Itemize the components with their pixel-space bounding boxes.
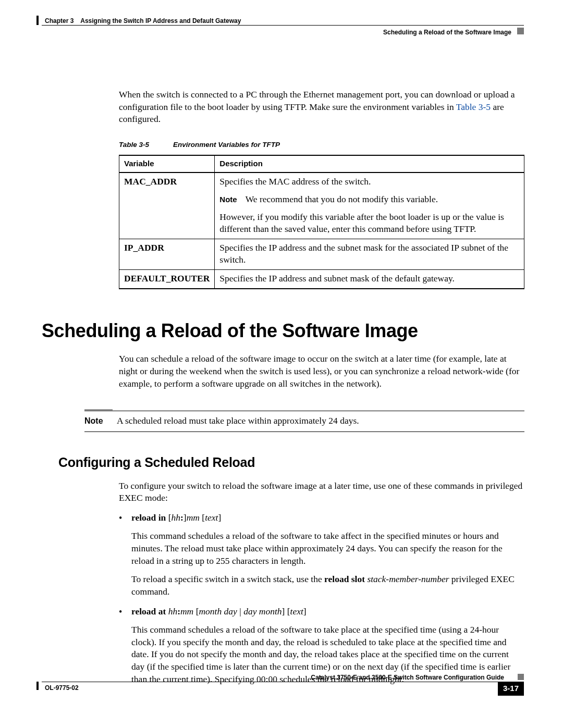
subsection-intro: To configure your switch to reload the s… [119,480,524,504]
section-intro: You can schedule a reload of the softwar… [119,353,524,390]
table-row: DEFAULT_ROUTER Specifies the IP address … [119,270,524,289]
desc-line: Specifies the MAC address of the switch. [219,176,519,188]
cmd-arg: day month [243,606,282,616]
page-number: 3-17 [498,682,524,696]
header-underline [42,25,524,26]
footer-rule [42,682,506,682]
page-header: Chapter 3 Assigning the Switch IP Addres… [42,16,524,40]
list-item: reload in [hh:]mm [text] This command sc… [131,512,523,598]
env-variables-table: Variable Description MAC_ADDR Specifies … [119,155,524,289]
note-block: Note A scheduled reload must take place … [84,410,524,432]
chapter-label: Chapter 3 [45,17,74,24]
table-number: Table 3-5 [119,141,149,149]
note-label: Note [219,195,237,204]
table-caption: Table 3-5Environment Variables for TFTP [119,140,524,150]
table-row: IP_ADDR Specifies the IP address and the… [119,239,524,269]
cmd-arg: mm [180,606,193,616]
var-name: DEFAULT_ROUTER [119,270,215,289]
desc-note: NoteWe recommend that you do not modify … [219,193,519,206]
desc-line: However, if you modify this variable aft… [219,211,519,236]
cmd-arg: text [205,512,218,523]
page-footer: Catalyst 3750-E and 3560-E Switch Softwa… [42,672,524,704]
cmd-arg: hh [172,512,181,523]
var-name: MAC_ADDR [119,172,215,239]
var-desc: Specifies the IP address and the subnet … [215,239,524,269]
col-header-description: Description [215,155,524,172]
command-desc: To reload a specific switch in a switch … [131,573,523,598]
note-row: Note A scheduled reload must take place … [84,411,524,431]
table-header-row: Variable Description [119,155,524,172]
command-syntax: reload in [hh:]mm [text] [131,512,221,523]
chapter-title: Assigning the Switch IP Address and Defa… [80,17,241,24]
note-text: A scheduled reload must take place withi… [117,415,359,427]
subsection-heading: Configuring a Scheduled Reload [58,454,524,472]
header-square-icon [517,28,524,34]
cmd-keyword: reload in [131,512,166,523]
note-top-rule [84,410,113,410]
cmd-pipe: | [237,606,243,616]
section-heading: Scheduling a Reload of the Software Imag… [42,318,524,344]
table-row: MAC_ADDR Specifies the MAC address of th… [119,172,524,239]
var-name: IP_ADDR [119,239,215,269]
cmd-arg: stack-member-number [365,574,449,584]
intro-text-a: When the switch is connected to a PC thr… [119,89,515,112]
note-rule [84,431,524,432]
page: Chapter 3 Assigning the Switch IP Addres… [42,16,524,704]
note-text: We recommend that you do not modify this… [246,194,438,204]
note-label: Note [84,415,117,427]
cmd-arg: hh [168,606,178,616]
cmd-keyword: reload slot [324,574,365,584]
var-desc: Specifies the IP address and subnet mask… [215,270,524,289]
running-head-left: Chapter 3 Assigning the Switch IP Addres… [45,17,241,25]
command-list: reload in [hh:]mm [text] This command sc… [131,512,523,686]
footer-title: Catalyst 3750-E and 3560-E Switch Softwa… [311,673,504,682]
var-desc: Specifies the MAC address of the switch.… [215,172,524,239]
command-desc: This command schedules a reload of the s… [131,530,523,567]
intro-paragraph: When the switch is connected to a PC thr… [119,89,524,126]
cmd-arg: mm [187,512,200,523]
footer-square-icon [518,674,524,680]
cmd-keyword: reload at [131,606,166,616]
text: To reload a specific switch in a switch … [131,574,324,584]
cmd-arg: text [290,606,303,616]
footer-bar-icon [36,682,39,690]
cmd-arg: month day [199,606,237,616]
col-header-variable: Variable [119,155,215,172]
running-head-right: Scheduling a Reload of the Software Imag… [383,28,511,36]
table-link[interactable]: Table 3-5 [456,102,491,112]
header-rule-icon [36,16,39,25]
command-syntax: reload at hh:mm [month day | day month] … [131,606,307,616]
footer-doc-number: OL-9775-02 [45,684,79,692]
table-title: Environment Variables for TFTP [173,141,280,149]
